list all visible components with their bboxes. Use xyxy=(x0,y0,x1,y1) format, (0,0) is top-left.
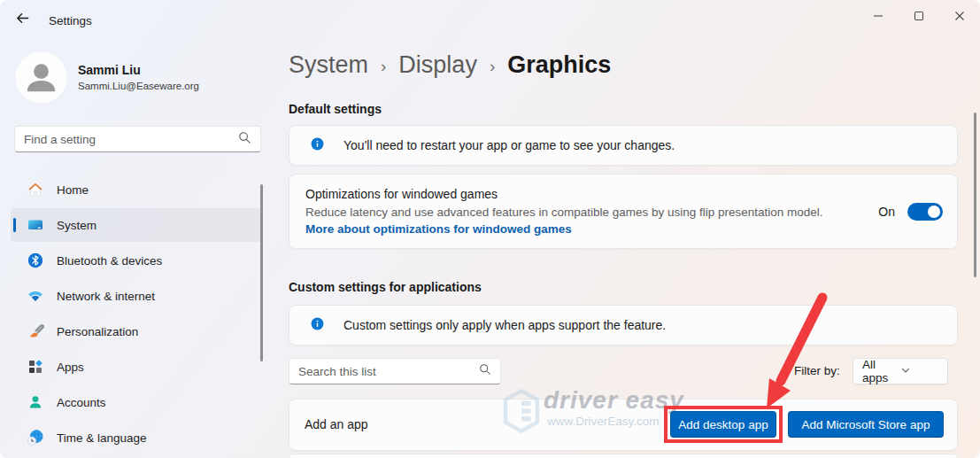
find-a-setting-input[interactable] xyxy=(24,133,238,146)
info-icon xyxy=(311,317,324,334)
sidebar-item-label: Accounts xyxy=(57,396,106,409)
sidebar-item-accounts[interactable]: Accounts xyxy=(11,385,262,419)
bluetooth-icon xyxy=(27,252,44,269)
system-icon xyxy=(27,216,44,234)
chevron-down-icon xyxy=(900,365,938,378)
titlebar: Settings xyxy=(0,0,980,39)
sidebar-item-label: Personalization xyxy=(57,325,138,338)
sidebar-item-bluetooth-devices[interactable]: Bluetooth & devices xyxy=(11,244,262,277)
custom-settings-info-banner: Custom settings only apply when apps sup… xyxy=(289,305,958,345)
time-language-icon xyxy=(27,429,44,446)
add-desktop-app-button[interactable]: Add desktop app xyxy=(670,411,776,438)
minimize-button[interactable] xyxy=(858,0,899,34)
breadcrumb-display[interactable]: Display xyxy=(398,51,477,79)
home-icon xyxy=(27,181,44,198)
sidebar-item-label: Apps xyxy=(57,361,84,374)
default-settings-heading: Default settings xyxy=(289,102,382,116)
chevron-right-icon: › xyxy=(381,54,386,76)
back-arrow-icon xyxy=(15,11,30,29)
filter-by-label: Filter by: xyxy=(794,364,840,377)
main-scrollbar[interactable] xyxy=(974,113,976,277)
accounts-icon xyxy=(27,393,44,411)
custom-settings-heading: Custom settings for applications xyxy=(289,280,482,294)
sidebar-item-label: Network & internet xyxy=(57,290,155,303)
toggle-state-label: On xyxy=(878,205,895,219)
sidebar-item-label: Time & language xyxy=(57,431,147,445)
user-email: Sammi.Liu@Easeware.org xyxy=(78,81,199,91)
search-this-list-input[interactable] xyxy=(298,365,479,378)
back-button[interactable] xyxy=(9,8,35,31)
sidebar-scrollbar[interactable] xyxy=(260,184,263,361)
sidebar-item-apps[interactable]: Apps xyxy=(11,350,262,384)
search-icon xyxy=(238,131,251,148)
sidebar-item-time-language[interactable]: Time & language xyxy=(11,421,262,454)
maximize-button[interactable] xyxy=(899,0,939,34)
avatar xyxy=(15,51,67,104)
sidebar-item-label: System xyxy=(57,219,96,232)
maximize-icon xyxy=(914,9,924,25)
apps-icon xyxy=(27,358,44,376)
search-this-list-box[interactable] xyxy=(289,358,501,384)
close-button[interactable] xyxy=(939,0,980,34)
sidebar-nav: Home System Bluetooth & devices Network … xyxy=(11,173,262,456)
info-icon xyxy=(311,137,324,154)
optimizations-learn-more-link[interactable]: More about optimizations for windowed ga… xyxy=(305,222,572,236)
network-icon xyxy=(27,287,44,305)
add-an-app-label: Add an app xyxy=(305,417,368,431)
chevron-right-icon: › xyxy=(490,54,495,76)
sidebar-item-network-internet[interactable]: Network & internet xyxy=(11,279,262,313)
optimizations-toggle[interactable] xyxy=(907,203,943,221)
search-icon xyxy=(479,363,491,379)
personalization-icon xyxy=(27,322,44,340)
sidebar-item-personalization[interactable]: Personalization xyxy=(11,314,262,348)
find-a-setting-searchbox[interactable] xyxy=(14,126,261,152)
sidebar-item-label: Bluetooth & devices xyxy=(57,254,162,268)
restart-info-banner: You'll need to restart your app or game … xyxy=(289,125,958,166)
close-icon xyxy=(954,9,965,25)
optimizations-description: Reduce latency and use advanced features… xyxy=(305,206,823,219)
sidebar-item-home[interactable]: Home xyxy=(11,173,262,206)
filter-dropdown-value: All apps xyxy=(862,358,900,384)
window-title: Settings xyxy=(49,14,92,27)
custom-settings-info-text: Custom settings only apply when apps sup… xyxy=(343,318,666,332)
toggle-knob xyxy=(928,206,940,218)
next-card-top-edge xyxy=(289,454,958,458)
sidebar-item-label: Home xyxy=(57,183,89,197)
breadcrumb-system[interactable]: System xyxy=(289,51,368,79)
user-name: Sammi Liu xyxy=(78,63,141,77)
minimize-icon xyxy=(873,9,884,25)
breadcrumb-graphics: Graphics xyxy=(507,51,611,79)
add-microsoft-store-app-button[interactable]: Add Microsoft Store app xyxy=(788,411,944,438)
breadcrumb: System › Display › Graphics xyxy=(289,51,611,79)
optimizations-card: Optimizations for windowed games Reduce … xyxy=(289,174,958,249)
selected-accent-bar xyxy=(13,218,16,232)
sidebar-item-system[interactable]: System xyxy=(11,208,262,242)
restart-info-text: You'll need to restart your app or game … xyxy=(343,138,675,152)
filter-dropdown[interactable]: All apps xyxy=(853,358,948,384)
optimizations-title: Optimizations for windowed games xyxy=(305,187,498,201)
settings-window: Settings Sammi Liu Sammi.Liu@Easeware.or… xyxy=(0,0,980,458)
